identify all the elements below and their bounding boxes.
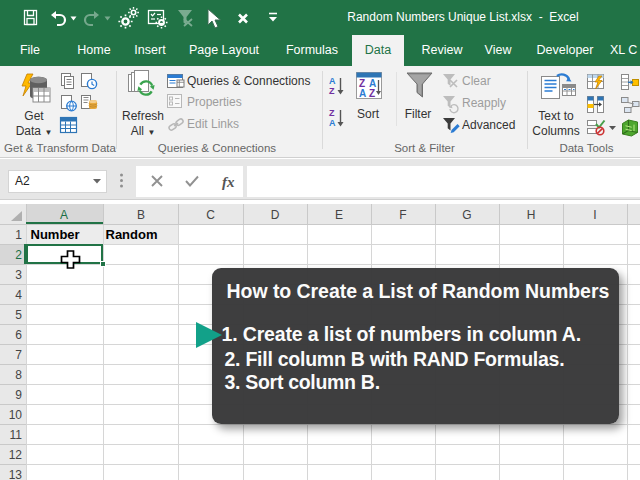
svg-text:Random: Random bbox=[106, 227, 158, 242]
svg-text:5: 5 bbox=[15, 308, 22, 322]
svg-text:I: I bbox=[593, 208, 596, 222]
svg-text:1: 1 bbox=[15, 228, 22, 242]
svg-text:2: 2 bbox=[15, 248, 22, 262]
svg-text:A: A bbox=[60, 208, 68, 222]
svg-text:A: A bbox=[329, 76, 336, 86]
svg-text:6: 6 bbox=[15, 328, 22, 342]
svg-text:B: B bbox=[137, 208, 145, 222]
svg-text:4: 4 bbox=[15, 288, 22, 302]
svg-text:C: C bbox=[206, 208, 215, 222]
svg-text:9: 9 bbox=[15, 388, 22, 402]
svg-text:Z: Z bbox=[329, 108, 335, 118]
svg-text:Z: Z bbox=[369, 88, 375, 99]
svg-text:H: H bbox=[527, 208, 536, 222]
svg-text:A: A bbox=[359, 88, 366, 99]
svg-text:G: G bbox=[462, 208, 471, 222]
svg-text:13: 13 bbox=[9, 468, 23, 480]
svg-text:11: 11 bbox=[10, 428, 23, 442]
svg-text:fx: fx bbox=[222, 174, 235, 190]
svg-text:3: 3 bbox=[15, 268, 22, 282]
svg-text:Number: Number bbox=[31, 227, 80, 242]
svg-text:12: 12 bbox=[9, 448, 23, 462]
svg-text:A: A bbox=[329, 118, 336, 128]
svg-text:F: F bbox=[399, 208, 406, 222]
svg-text:D: D bbox=[271, 208, 280, 222]
svg-text:10: 10 bbox=[9, 408, 23, 422]
svg-text:7: 7 bbox=[15, 348, 22, 362]
svg-text:8: 8 bbox=[15, 368, 22, 382]
svg-text:Z: Z bbox=[329, 86, 335, 96]
svg-text:E: E bbox=[335, 208, 343, 222]
